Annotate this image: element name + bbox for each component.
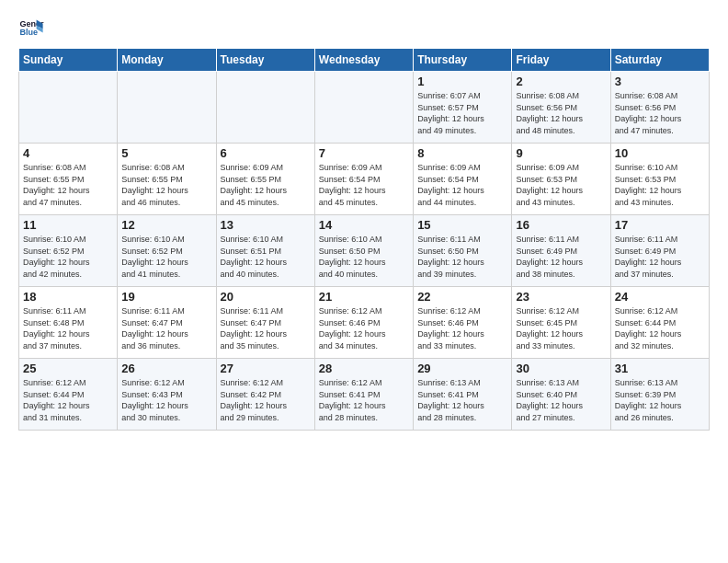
day-info: Sunrise: 6:07 AM Sunset: 6:57 PM Dayligh…: [417, 90, 507, 136]
header-row: SundayMondayTuesdayWednesdayThursdayFrid…: [19, 49, 710, 72]
day-info: Sunrise: 6:12 AM Sunset: 6:44 PM Dayligh…: [23, 377, 113, 423]
day-number: 27: [221, 362, 311, 375]
day-number: 10: [615, 146, 705, 160]
day-info: Sunrise: 6:08 AM Sunset: 6:56 PM Dayligh…: [615, 90, 705, 136]
calendar-cell: 31Sunrise: 6:13 AM Sunset: 6:39 PM Dayli…: [610, 359, 709, 431]
calendar-header: SundayMondayTuesdayWednesdayThursdayFrid…: [19, 49, 710, 72]
calendar-cell: 13Sunrise: 6:10 AM Sunset: 6:51 PM Dayli…: [216, 215, 314, 287]
day-number: 19: [121, 290, 211, 304]
day-number: 16: [516, 218, 606, 232]
week-row-2: 4Sunrise: 6:08 AM Sunset: 6:55 PM Daylig…: [19, 144, 710, 215]
day-info: Sunrise: 6:11 AM Sunset: 6:47 PM Dayligh…: [121, 305, 211, 351]
calendar-cell: 16Sunrise: 6:11 AM Sunset: 6:49 PM Dayli…: [512, 215, 610, 287]
day-info: Sunrise: 6:09 AM Sunset: 6:53 PM Dayligh…: [516, 162, 606, 208]
calendar-cell: 11Sunrise: 6:10 AM Sunset: 6:52 PM Dayli…: [19, 215, 118, 287]
day-info: Sunrise: 6:12 AM Sunset: 6:41 PM Dayligh…: [319, 377, 409, 423]
page-container: General Blue SundayMondayTuesdayWednesda…: [0, 0, 728, 440]
calendar-cell: 25Sunrise: 6:12 AM Sunset: 6:44 PM Dayli…: [19, 359, 118, 431]
day-info: Sunrise: 6:12 AM Sunset: 6:43 PM Dayligh…: [121, 377, 211, 423]
day-info: Sunrise: 6:10 AM Sunset: 6:50 PM Dayligh…: [319, 234, 409, 280]
day-info: Sunrise: 6:13 AM Sunset: 6:39 PM Dayligh…: [615, 377, 705, 423]
day-number: 13: [221, 218, 311, 232]
day-info: Sunrise: 6:10 AM Sunset: 6:52 PM Dayligh…: [121, 234, 211, 280]
header-cell-wednesday: Wednesday: [314, 49, 413, 72]
day-number: 11: [23, 218, 113, 232]
calendar-cell: 23Sunrise: 6:12 AM Sunset: 6:45 PM Dayli…: [512, 287, 610, 359]
calendar-body: 1Sunrise: 6:07 AM Sunset: 6:57 PM Daylig…: [19, 72, 710, 431]
header-cell-tuesday: Tuesday: [216, 49, 314, 72]
week-row-4: 18Sunrise: 6:11 AM Sunset: 6:48 PM Dayli…: [19, 287, 710, 359]
header-cell-monday: Monday: [118, 49, 216, 72]
day-info: Sunrise: 6:12 AM Sunset: 6:46 PM Dayligh…: [319, 305, 409, 351]
day-info: Sunrise: 6:13 AM Sunset: 6:41 PM Dayligh…: [417, 377, 507, 423]
day-number: 21: [319, 290, 409, 304]
day-number: 7: [319, 146, 409, 160]
day-number: 4: [23, 146, 113, 160]
day-info: Sunrise: 6:12 AM Sunset: 6:44 PM Dayligh…: [615, 305, 705, 351]
day-info: Sunrise: 6:10 AM Sunset: 6:51 PM Dayligh…: [221, 234, 311, 280]
day-info: Sunrise: 6:08 AM Sunset: 6:55 PM Dayligh…: [121, 162, 211, 208]
day-info: Sunrise: 6:12 AM Sunset: 6:45 PM Dayligh…: [516, 305, 606, 351]
calendar-cell: 21Sunrise: 6:12 AM Sunset: 6:46 PM Dayli…: [314, 287, 413, 359]
calendar-cell: 29Sunrise: 6:13 AM Sunset: 6:41 PM Dayli…: [414, 359, 512, 431]
calendar-cell: 17Sunrise: 6:11 AM Sunset: 6:49 PM Dayli…: [610, 215, 709, 287]
day-info: Sunrise: 6:11 AM Sunset: 6:47 PM Dayligh…: [221, 305, 311, 351]
day-number: 18: [23, 290, 113, 304]
calendar-cell: 28Sunrise: 6:12 AM Sunset: 6:41 PM Dayli…: [314, 359, 413, 431]
calendar-cell: 9Sunrise: 6:09 AM Sunset: 6:53 PM Daylig…: [512, 144, 610, 215]
day-number: 22: [417, 290, 507, 304]
day-info: Sunrise: 6:11 AM Sunset: 6:50 PM Dayligh…: [417, 234, 507, 280]
day-number: 29: [417, 362, 507, 375]
day-number: 6: [221, 146, 311, 160]
day-info: Sunrise: 6:10 AM Sunset: 6:52 PM Dayligh…: [23, 234, 113, 280]
day-number: 9: [516, 146, 606, 160]
day-number: 31: [615, 362, 705, 375]
calendar-cell: 10Sunrise: 6:10 AM Sunset: 6:53 PM Dayli…: [610, 144, 709, 215]
day-number: 3: [615, 75, 705, 88]
calendar-cell: [314, 72, 413, 144]
calendar-cell: 30Sunrise: 6:13 AM Sunset: 6:40 PM Dayli…: [512, 359, 610, 431]
week-row-1: 1Sunrise: 6:07 AM Sunset: 6:57 PM Daylig…: [19, 72, 710, 144]
day-number: 28: [319, 362, 409, 375]
day-info: Sunrise: 6:10 AM Sunset: 6:53 PM Dayligh…: [615, 162, 705, 208]
day-number: 30: [516, 362, 606, 375]
day-info: Sunrise: 6:08 AM Sunset: 6:55 PM Dayligh…: [23, 162, 113, 208]
calendar-cell: [216, 72, 314, 144]
day-number: 25: [23, 362, 113, 375]
calendar-table: SundayMondayTuesdayWednesdayThursdayFrid…: [18, 48, 710, 431]
header-cell-thursday: Thursday: [414, 49, 512, 72]
calendar-cell: 5Sunrise: 6:08 AM Sunset: 6:55 PM Daylig…: [118, 144, 216, 215]
day-info: Sunrise: 6:09 AM Sunset: 6:54 PM Dayligh…: [417, 162, 507, 208]
week-row-3: 11Sunrise: 6:10 AM Sunset: 6:52 PM Dayli…: [19, 215, 710, 287]
calendar-cell: 4Sunrise: 6:08 AM Sunset: 6:55 PM Daylig…: [19, 144, 118, 215]
header-cell-saturday: Saturday: [610, 49, 709, 72]
day-info: Sunrise: 6:09 AM Sunset: 6:54 PM Dayligh…: [319, 162, 409, 208]
calendar-cell: 19Sunrise: 6:11 AM Sunset: 6:47 PM Dayli…: [118, 287, 216, 359]
calendar-cell: 12Sunrise: 6:10 AM Sunset: 6:52 PM Dayli…: [118, 215, 216, 287]
day-info: Sunrise: 6:09 AM Sunset: 6:55 PM Dayligh…: [221, 162, 311, 208]
header-cell-sunday: Sunday: [19, 49, 118, 72]
day-number: 8: [417, 146, 507, 160]
calendar-cell: 24Sunrise: 6:12 AM Sunset: 6:44 PM Dayli…: [610, 287, 709, 359]
day-info: Sunrise: 6:11 AM Sunset: 6:49 PM Dayligh…: [615, 234, 705, 280]
day-number: 15: [417, 218, 507, 232]
header: General Blue: [18, 15, 710, 40]
day-info: Sunrise: 6:13 AM Sunset: 6:40 PM Dayligh…: [516, 377, 606, 423]
calendar-cell: 2Sunrise: 6:08 AM Sunset: 6:56 PM Daylig…: [512, 72, 610, 144]
calendar-cell: [19, 72, 118, 144]
day-number: 14: [319, 218, 409, 232]
day-number: 24: [615, 290, 705, 304]
day-info: Sunrise: 6:12 AM Sunset: 6:46 PM Dayligh…: [417, 305, 507, 351]
calendar-cell: 7Sunrise: 6:09 AM Sunset: 6:54 PM Daylig…: [314, 144, 413, 215]
day-number: 5: [121, 146, 211, 160]
day-number: 23: [516, 290, 606, 304]
calendar-cell: 14Sunrise: 6:10 AM Sunset: 6:50 PM Dayli…: [314, 215, 413, 287]
calendar-cell: 6Sunrise: 6:09 AM Sunset: 6:55 PM Daylig…: [216, 144, 314, 215]
logo: General Blue: [18, 15, 48, 40]
calendar-cell: 20Sunrise: 6:11 AM Sunset: 6:47 PM Dayli…: [216, 287, 314, 359]
calendar-cell: 26Sunrise: 6:12 AM Sunset: 6:43 PM Dayli…: [118, 359, 216, 431]
day-number: 12: [121, 218, 211, 232]
day-number: 20: [221, 290, 311, 304]
calendar-cell: 1Sunrise: 6:07 AM Sunset: 6:57 PM Daylig…: [414, 72, 512, 144]
day-info: Sunrise: 6:12 AM Sunset: 6:42 PM Dayligh…: [221, 377, 311, 423]
